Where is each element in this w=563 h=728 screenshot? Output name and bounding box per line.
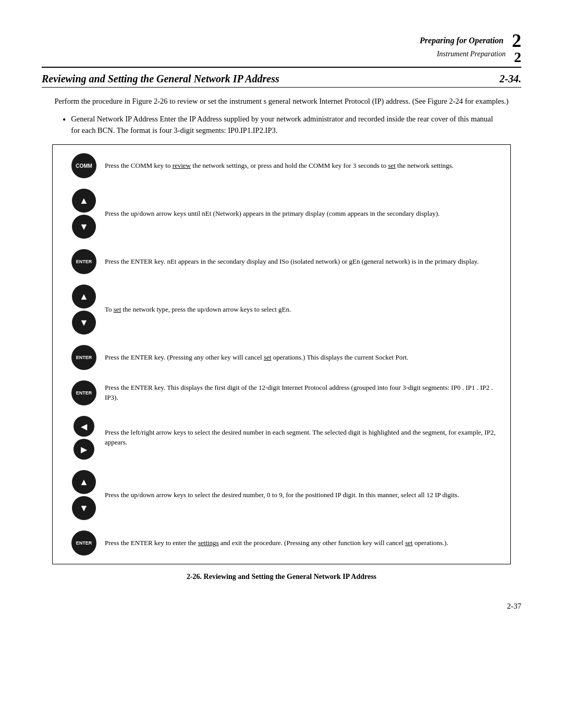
enter-button-1[interactable]: ENTER	[71, 249, 96, 274]
instruction-text-6: Press the ENTER key. This displays the f…	[105, 383, 500, 403]
instruction-row-7: ◀ ▶ Press the left/right arrow keys to s…	[63, 416, 500, 460]
instruction-row-6: ENTER Press the ENTER key. This displays…	[63, 380, 500, 405]
figure-caption: 2-26. Reviewing and Setting the General …	[42, 573, 521, 581]
header-right: Preparing for Operation 2 Instrument Pre…	[420, 31, 521, 65]
right-arrow-button[interactable]: ▶	[74, 439, 94, 460]
enter-label-1: ENTER	[76, 259, 92, 264]
up-arrow-button-3[interactable]: ▲	[72, 470, 96, 494]
instruction-text-3: Press the ENTER key. nEt appears in the …	[105, 257, 500, 267]
key-area-enter-2: ENTER	[63, 345, 105, 370]
instruction-box: COMM Press the COMM key to review the ne…	[52, 144, 511, 564]
key-area-enter-4: ENTER	[63, 530, 105, 556]
instruction-row-9: ENTER Press the ENTER key to enter the s…	[63, 530, 500, 556]
section-title-row: Reviewing and Setting the General Networ…	[42, 73, 521, 88]
instruction-row-5: ENTER Press the ENTER key. (Pressing any…	[63, 345, 500, 370]
key-area-enter-1: ENTER	[63, 249, 105, 274]
enter-button-4[interactable]: ENTER	[71, 530, 96, 556]
comm-label: COMM	[76, 163, 92, 169]
header-number-2: 2	[514, 50, 521, 65]
bullet-list: • General Network IP Address Enter the I…	[63, 114, 500, 137]
instruction-text-9: Press the ENTER key to enter the setting…	[105, 538, 500, 548]
instruction-text-2: Press the up/down arrow keys until nEt (…	[105, 209, 500, 219]
down-arrow-button-1[interactable]: ▼	[72, 215, 96, 239]
up-arrow-button-2[interactable]: ▲	[72, 285, 96, 309]
page: Preparing for Operation 2 Instrument Pre…	[0, 0, 563, 728]
key-area-comm: COMM	[63, 153, 105, 178]
instruction-row-3: ENTER Press the ENTER key. nEt appears i…	[63, 249, 500, 274]
section-title: Reviewing and Setting the General Networ…	[42, 73, 279, 85]
instruction-row-2: ▲ ▼ Press the up/down arrow keys until n…	[63, 189, 500, 239]
instruction-text-5: Press the ENTER key. (Pressing any other…	[105, 353, 500, 363]
comm-button[interactable]: COMM	[71, 153, 96, 178]
key-area-updown-3: ▲ ▼	[63, 470, 105, 520]
enter-button-2[interactable]: ENTER	[71, 345, 96, 370]
header-number: 2	[512, 31, 521, 50]
up-arrow-button-1[interactable]: ▲	[72, 189, 96, 213]
header-title: Preparing for Operation	[420, 36, 504, 45]
enter-button-3[interactable]: ENTER	[71, 380, 96, 405]
key-area-enter-3: ENTER	[63, 380, 105, 405]
instruction-text-8: Press the up/down arrow keys to select t…	[105, 490, 500, 500]
down-arrow-button-3[interactable]: ▼	[72, 496, 96, 520]
intro-text: Perform the procedure in Figure 2-26 to …	[42, 96, 521, 107]
bullet-text: General Network IP Address Enter the IP …	[71, 114, 500, 137]
instruction-text-4: To set the network type, press the up/do…	[105, 305, 500, 315]
enter-label-2: ENTER	[76, 355, 92, 360]
key-area-leftright: ◀ ▶	[63, 416, 105, 460]
down-arrow-button-2[interactable]: ▼	[72, 311, 96, 335]
bullet-item: • General Network IP Address Enter the I…	[63, 114, 500, 137]
instruction-row-8: ▲ ▼ Press the up/down arrow keys to sele…	[63, 470, 500, 520]
enter-label-4: ENTER	[76, 540, 92, 546]
page-header: Preparing for Operation 2 Instrument Pre…	[42, 31, 521, 68]
instruction-text-7: Press the left/right arrow keys to selec…	[105, 428, 500, 448]
header-subtitle: Instrument Preparation	[437, 50, 506, 65]
instruction-row-4: ▲ ▼ To set the network type, press the u…	[63, 285, 500, 335]
section-number: 2-34.	[499, 73, 521, 85]
key-area-updown-1: ▲ ▼	[63, 189, 105, 239]
bullet-dot: •	[63, 114, 66, 127]
key-area-updown-2: ▲ ▼	[63, 285, 105, 335]
enter-label-3: ENTER	[76, 390, 92, 396]
instruction-text-1: Press the COMM key to review the network…	[105, 161, 500, 171]
left-arrow-button[interactable]: ◀	[74, 416, 94, 437]
page-number: 2-37	[42, 602, 521, 611]
instruction-row-1: COMM Press the COMM key to review the ne…	[63, 153, 500, 178]
